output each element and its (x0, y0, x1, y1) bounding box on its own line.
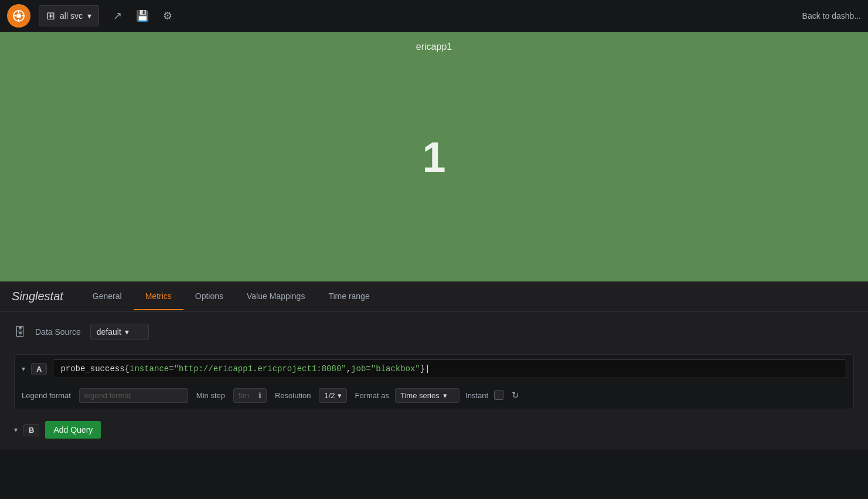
database-icon: 🗄 (14, 325, 26, 339)
resolution-select[interactable]: 1/2 ▾ (319, 388, 346, 403)
save-icon: 💾 (136, 10, 149, 22)
query-a-header: ▾ A probe_success{instance="http://erica… (15, 355, 853, 383)
dashboard-name-label: all svc (60, 11, 83, 21)
duplicate-icon: ↻ (512, 390, 519, 400)
top-navigation: ⊞ all svc ▾ ↗ 💾 ⚙ Back to dashb... (0, 0, 868, 32)
info-icon: ℹ (258, 391, 261, 400)
time-series-label: Time series (400, 391, 440, 400)
svg-point-1 (16, 13, 21, 18)
save-button[interactable]: 💾 (131, 6, 154, 26)
panel-tabs-row: Singlestat General Metrics Options Value… (0, 281, 868, 312)
query-instance-val: "http://ericapp1.ericproject1:8080" (174, 364, 346, 374)
legend-format-label: Legend format (22, 391, 71, 400)
tab-time-range[interactable]: Time range (316, 283, 381, 310)
grafana-logo[interactable] (7, 4, 30, 28)
format-as-label: Format as (355, 391, 390, 400)
add-query-button[interactable]: Add Query (45, 421, 101, 439)
datasource-value: default (97, 327, 121, 337)
datasource-row: 🗄 Data Source default ▾ (14, 324, 854, 340)
panel-value: 1 (422, 133, 445, 181)
min-step-field: ℹ (233, 388, 267, 403)
min-step-input[interactable] (239, 391, 256, 400)
query-metric-name: probe_success (60, 364, 124, 374)
query-job-key: job (351, 364, 366, 374)
query-instance-key: instance (130, 364, 169, 374)
share-icon: ↗ (113, 10, 122, 22)
query-a-expression-field[interactable]: probe_success{instance="http://ericapp1.… (53, 359, 846, 378)
query-a-duplicate-button[interactable]: ↻ (509, 388, 522, 403)
query-a-collapse-button[interactable]: ▾ (22, 365, 25, 373)
legend-format-input[interactable] (79, 388, 188, 403)
instant-checkbox[interactable] (494, 391, 503, 400)
query-a-letter: A (31, 363, 47, 375)
query-b-collapse-button[interactable]: ▾ (14, 426, 18, 434)
instant-label: Instant (465, 391, 488, 400)
query-comma: , (346, 364, 351, 374)
editor-panel: Singlestat General Metrics Options Value… (0, 281, 868, 450)
datasource-select[interactable]: default ▾ (90, 324, 149, 340)
resolution-label: Resolution (275, 391, 311, 400)
query-open-brace: { (125, 364, 130, 374)
query-block-a: ▾ A probe_success{instance="http://erica… (14, 354, 854, 409)
query-job-val: "blackbox" (371, 364, 420, 374)
grid-icon: ⊞ (46, 9, 55, 22)
settings-button[interactable]: ⚙ (158, 6, 177, 26)
chevron-down-icon: ▾ (87, 11, 91, 21)
query-equals-2: = (366, 364, 370, 374)
tabs-list: General Metrics Options Value Mappings T… (81, 283, 382, 310)
query-equals-1: = (169, 364, 173, 374)
format-row: Format as Time series ▾ Instant ↻ (355, 388, 522, 403)
preview-panel: ericapp1 1 (0, 32, 868, 281)
time-series-dropdown[interactable]: Time series ▾ (395, 388, 459, 403)
query-b-row: ▾ B Add Query (14, 416, 854, 439)
query-a-options-row: Legend format Min step ℹ Resolution 1/2 … (15, 383, 853, 409)
panel-title: ericapp1 (416, 42, 452, 52)
topnav-actions: ↗ 💾 ⚙ (108, 6, 177, 26)
datasource-label: Data Source (35, 327, 81, 337)
query-close-brace: }| (420, 364, 430, 374)
panel-type-label: Singlestat (12, 290, 63, 303)
resolution-chevron-icon: ▾ (338, 391, 342, 400)
settings-icon: ⚙ (163, 10, 172, 22)
tab-value-mappings[interactable]: Value Mappings (235, 283, 316, 310)
tab-metrics[interactable]: Metrics (134, 283, 183, 310)
dashboard-name-button[interactable]: ⊞ all svc ▾ (39, 5, 99, 26)
min-step-label: Min step (196, 391, 225, 400)
time-series-chevron-icon: ▾ (443, 391, 447, 400)
back-to-dashboard-link[interactable]: Back to dashb... (802, 11, 861, 21)
share-button[interactable]: ↗ (108, 6, 127, 26)
tab-general[interactable]: General (81, 283, 134, 310)
resolution-value: 1/2 (324, 391, 335, 400)
datasource-chevron-icon: ▾ (125, 327, 129, 337)
query-b-letter: B (23, 424, 39, 436)
metrics-content: 🗄 Data Source default ▾ ▾ A probe_succes… (0, 312, 868, 450)
tab-options[interactable]: Options (183, 283, 235, 310)
